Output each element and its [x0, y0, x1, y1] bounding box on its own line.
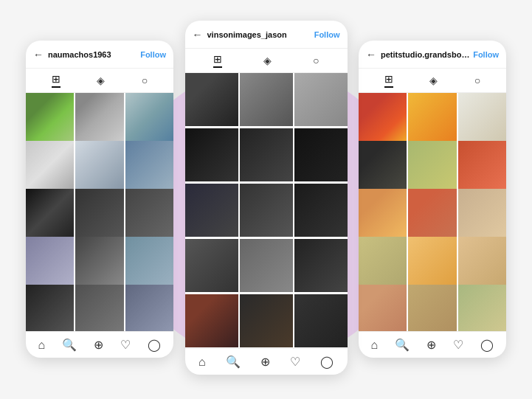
center-add-icon[interactable]: ⊕	[260, 355, 270, 369]
table-row[interactable]	[75, 141, 123, 189]
center-phone-header: ← vinsonimages_jason Follow	[185, 21, 348, 49]
right-nav-icons: ⊞ ◈ ○	[359, 69, 506, 93]
table-row[interactable]	[359, 285, 407, 331]
table-row[interactable]	[26, 141, 74, 189]
right-home-icon[interactable]: ⌂	[371, 339, 379, 352]
table-row[interactable]	[26, 93, 74, 141]
table-row[interactable]	[408, 237, 456, 285]
table-row[interactable]	[125, 189, 173, 237]
table-row[interactable]	[26, 237, 74, 285]
table-row[interactable]	[185, 294, 238, 347]
table-row[interactable]	[125, 237, 173, 285]
center-follow-button[interactable]: Follow	[314, 30, 340, 39]
table-row[interactable]	[75, 285, 123, 331]
table-row[interactable]	[125, 141, 173, 189]
phones-container: ← naumachos1963 Follow ⊞ ◈ ○	[0, 0, 532, 399]
left-photo-grid	[26, 93, 173, 331]
left-tag-icon[interactable]: ◈	[97, 74, 105, 86]
table-row[interactable]	[458, 93, 506, 141]
table-row[interactable]	[75, 93, 123, 141]
center-profile-icon[interactable]: ◯	[320, 355, 334, 369]
table-row[interactable]	[294, 184, 348, 237]
center-person-icon[interactable]: ○	[313, 55, 319, 66]
table-row[interactable]	[408, 93, 456, 141]
right-bottom-nav: ⌂ 🔍 ⊕ ♡ ◯	[359, 331, 506, 358]
left-phone: ← naumachos1963 Follow ⊞ ◈ ○	[26, 41, 173, 358]
center-nav-icons: ⊞ ◈ ○	[185, 49, 348, 73]
table-row[interactable]	[458, 237, 506, 285]
table-row[interactable]	[408, 285, 456, 331]
table-row[interactable]	[240, 294, 293, 347]
table-row[interactable]	[185, 239, 238, 292]
right-add-icon[interactable]: ⊕	[426, 338, 436, 352]
center-back-arrow[interactable]: ←	[193, 29, 203, 41]
center-home-icon[interactable]: ⌂	[198, 355, 206, 369]
table-row[interactable]	[240, 128, 293, 181]
right-username: petitstudio.grandsboulevards	[381, 50, 473, 59]
center-username: vinsonimages_jason	[207, 30, 314, 39]
center-search-icon[interactable]: 🔍	[226, 355, 241, 369]
table-row[interactable]	[240, 73, 293, 126]
center-photo-grid	[185, 73, 348, 348]
left-back-arrow[interactable]: ←	[33, 49, 44, 60]
table-row[interactable]	[240, 184, 293, 237]
left-username: naumachos1963	[48, 50, 140, 59]
table-row[interactable]	[75, 237, 123, 285]
table-row[interactable]	[185, 184, 238, 237]
table-row[interactable]	[125, 93, 173, 141]
right-heart-icon[interactable]: ♡	[453, 338, 463, 352]
left-grid-icon[interactable]: ⊞	[52, 73, 61, 88]
right-profile-icon[interactable]: ◯	[480, 338, 494, 352]
right-grid-icon[interactable]: ⊞	[384, 73, 393, 88]
left-phone-header: ← naumachos1963 Follow	[26, 41, 173, 69]
table-row[interactable]	[185, 128, 238, 181]
table-row[interactable]	[294, 128, 348, 181]
table-row[interactable]	[408, 189, 456, 237]
center-bottom-nav: ⌂ 🔍 ⊕ ♡ ◯	[185, 348, 348, 375]
center-grid-icon[interactable]: ⊞	[213, 53, 222, 68]
table-row[interactable]	[408, 141, 456, 189]
right-photo-grid	[359, 93, 506, 331]
right-person-icon[interactable]: ○	[474, 74, 480, 86]
table-row[interactable]	[359, 141, 407, 189]
left-heart-icon[interactable]: ♡	[120, 338, 131, 352]
table-row[interactable]	[359, 93, 407, 141]
right-phone: ← petitstudio.grandsboulevards Follow ⊞ …	[359, 41, 506, 358]
table-row[interactable]	[294, 294, 348, 347]
left-follow-button[interactable]: Follow	[140, 50, 166, 59]
center-phone: ← vinsonimages_jason Follow ⊞ ◈ ○	[185, 21, 348, 375]
left-bottom-nav: ⌂ 🔍 ⊕ ♡ ◯	[26, 331, 173, 358]
right-follow-button[interactable]: Follow	[473, 50, 499, 59]
right-search-icon[interactable]: 🔍	[395, 338, 410, 352]
left-profile-icon[interactable]: ◯	[148, 338, 161, 352]
table-row[interactable]	[185, 73, 238, 126]
table-row[interactable]	[359, 237, 407, 285]
left-home-icon[interactable]: ⌂	[38, 339, 46, 352]
right-back-arrow[interactable]: ←	[366, 49, 376, 60]
table-row[interactable]	[294, 73, 348, 126]
left-search-icon[interactable]: 🔍	[62, 338, 77, 352]
table-row[interactable]	[240, 239, 293, 292]
right-phone-header: ← petitstudio.grandsboulevards Follow	[359, 41, 506, 69]
left-add-icon[interactable]: ⊕	[94, 338, 103, 352]
center-heart-icon[interactable]: ♡	[290, 355, 300, 369]
center-tag-icon[interactable]: ◈	[263, 55, 272, 66]
right-tag-icon[interactable]: ◈	[429, 74, 438, 86]
left-person-icon[interactable]: ○	[142, 74, 148, 86]
table-row[interactable]	[458, 141, 506, 189]
table-row[interactable]	[294, 239, 348, 292]
table-row[interactable]	[458, 285, 506, 331]
table-row[interactable]	[26, 189, 74, 237]
table-row[interactable]	[125, 285, 173, 331]
table-row[interactable]	[359, 189, 407, 237]
table-row[interactable]	[458, 189, 506, 237]
left-nav-icons: ⊞ ◈ ○	[26, 69, 173, 93]
table-row[interactable]	[26, 285, 74, 331]
table-row[interactable]	[75, 189, 123, 237]
